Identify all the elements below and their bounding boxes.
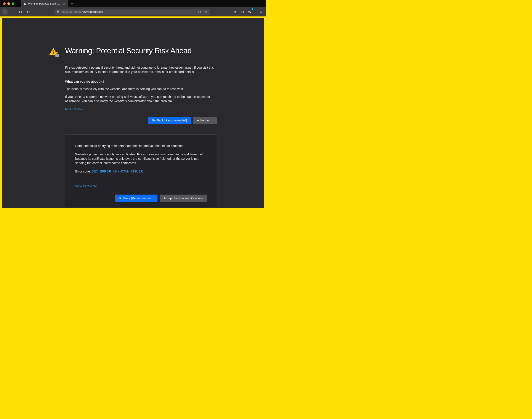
app-menu-button[interactable] [258,9,264,15]
warning-triangle-icon [23,2,26,5]
advanced-button-row: Go Back (Recommended) Accept the Risk an… [75,195,207,202]
urlbar-actions [191,10,208,14]
error-page: Warning: Potential Security Risk Ahead F… [2,18,264,208]
svg-rect-13 [235,11,235,13]
svg-rect-15 [241,11,244,13]
sidebar-button[interactable] [239,9,246,15]
back-button[interactable] [2,9,8,15]
svg-rect-23 [53,52,54,54]
tabstrip: Warning: Potential Security Risk [21,0,74,7]
learn-more-link[interactable]: Learn more… [65,107,84,110]
accept-risk-button[interactable]: Accept the Risk and Continue [160,195,207,202]
new-tab-button[interactable] [68,0,74,7]
svg-point-11 [193,12,194,12]
home-button[interactable] [25,9,32,15]
subheading: What can you do about it? [65,80,217,83]
go-back-button[interactable]: Go Back (Recommended) [148,117,191,124]
close-tab-button[interactable] [62,2,66,5]
svg-point-9 [192,12,192,12]
url-bar[interactable]: https://foreman.heyvaldemar.net [54,9,210,15]
svg-rect-24 [55,54,59,57]
titlebar: Warning: Potential Security Risk [0,0,266,7]
account-button[interactable] [247,9,253,15]
url-scheme: https:// [62,10,70,13]
page-body: Firefox detected a potential security th… [65,65,217,207]
page-header: Warning: Potential Security Risk Ahead [49,46,217,59]
url-subdomain: foreman. [70,10,82,13]
advanced-explain-text: Websites prove their identity via certif… [75,152,207,165]
go-back-button-2[interactable]: Go Back (Recommended) [115,195,157,202]
active-tab[interactable]: Warning: Potential Security Risk [21,0,68,7]
toolbar-right [232,9,264,15]
svg-rect-7 [57,11,57,12]
page-actions-button[interactable] [191,10,195,14]
library-button[interactable] [232,9,238,15]
bookmark-button[interactable] [204,10,208,14]
window-controls [0,2,14,5]
svg-point-10 [193,12,193,12]
reload-button[interactable] [17,9,24,15]
url-host: heyvaldemar.net [82,10,103,13]
lock-warning-icon [56,10,60,14]
error-code-row: Error code: SEC_ERROR_UNKNOWN_ISSUER [75,169,207,174]
tab-title: Warning: Potential Security Risk [28,2,61,5]
intro-text: Firefox detected a potential security th… [65,65,217,74]
browser-window: Warning: Potential Security Risk [0,0,266,210]
paragraph-2: If you are on a corporate network or usi… [65,95,217,104]
primary-button-row: Go Back (Recommended) Advanced… [65,117,217,124]
minimize-window-button[interactable] [7,2,10,5]
maximize-window-button[interactable] [12,2,14,5]
error-container: Warning: Potential Security Risk Ahead F… [49,46,217,208]
forward-button [10,9,16,15]
advanced-button[interactable]: Advanced… [193,117,217,124]
paragraph-1: The issue is most likely with the websit… [65,87,217,91]
advanced-panel: Someone could be trying to impersonate t… [65,134,217,207]
close-window-button[interactable] [3,2,6,5]
toolbar: https://foreman.heyvaldemar.net [0,7,266,16]
error-code-label: Error code: [75,170,92,173]
svg-point-18 [249,11,250,12]
svg-point-22 [53,50,54,51]
pocket-button[interactable] [197,10,202,14]
svg-rect-14 [235,11,236,13]
error-code-link[interactable]: SEC_ERROR_UNKNOWN_ISSUER [92,170,143,173]
page-title: Warning: Potential Security Risk Ahead [65,46,192,55]
warning-lock-icon [49,47,60,59]
content-frame: Warning: Potential Security Risk Ahead F… [0,16,266,210]
url-text: https://foreman.heyvaldemar.net [62,10,189,13]
svg-rect-8 [57,12,57,12]
svg-rect-12 [234,11,234,13]
view-certificate-link[interactable]: View Certificate [75,184,97,188]
advanced-warning-text: Someone could be trying to impersonate t… [75,144,207,148]
